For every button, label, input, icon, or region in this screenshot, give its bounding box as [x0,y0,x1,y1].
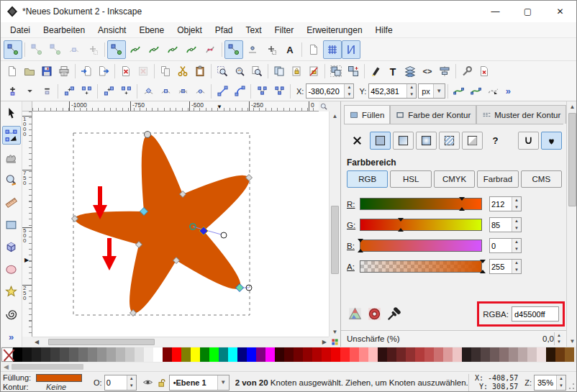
snap-bbox-corners-button[interactable] [65,40,83,59]
duplicate-button[interactable] [271,63,288,80]
palette-swatch[interactable] [518,347,527,362]
print-button[interactable] [55,63,73,80]
palette-swatch[interactable] [78,347,88,362]
snap-enable-button[interactable] [4,40,22,59]
palette-swatch[interactable] [565,347,574,362]
snap-guides-button[interactable] [342,40,360,59]
slider-red-thumb[interactable] [458,198,465,210]
slider-green-thumb[interactable] [398,219,404,231]
blur-spinner[interactable]: ▲▼ [554,332,563,345]
fill-swatch-button[interactable] [462,132,483,150]
palette-swatch[interactable] [424,347,434,362]
slider-green-bar[interactable] [360,219,482,231]
create-clone-button[interactable] [288,63,305,80]
zoom-selection-button[interactable] [214,63,231,80]
palette-swatch[interactable] [453,347,462,362]
menu-datei[interactable]: Datei [4,24,37,37]
slider-alpha-bar[interactable] [360,260,482,273]
tab-stroke-style[interactable]: Muster der Kontur [476,105,566,124]
open-document-button[interactable] [21,63,38,80]
node-tool[interactable] [2,126,21,145]
palette-swatch[interactable] [88,347,97,362]
slider-red-spinner[interactable]: ▲▼ [512,197,521,211]
palette-swatch[interactable] [135,347,144,362]
unlink-clone-button[interactable] [305,63,322,80]
scroll-up-icon[interactable]: ▲ [330,113,340,119]
tab-stroke-paint[interactable]: Farbe der Kontur [390,105,476,124]
snap-others-button[interactable] [224,40,243,59]
snap-text-baseline-button[interactable]: A [281,40,299,59]
horizontal-scroll-thumb[interactable] [48,339,155,345]
slider-alpha-spinner[interactable]: ▲▼ [512,260,521,273]
palette-swatch[interactable] [125,347,135,362]
snap-rotation-centers-button[interactable] [262,40,281,59]
tab-fill[interactable]: Füllen [344,105,390,124]
slider-blue-spinner[interactable]: ▲▼ [512,239,521,252]
slider-blue-input[interactable]: ▲▼ [489,238,522,253]
palette-scrollbar[interactable]: ◀ [1,363,576,371]
box3d-tool[interactable] [2,237,21,256]
palette-swatch[interactable] [387,347,396,362]
palette-swatch[interactable] [294,347,303,362]
color-wheel-icon[interactable] [348,307,362,321]
spiral-tool[interactable] [2,304,21,323]
snap-bbox-button[interactable] [27,40,46,59]
palette-swatch[interactable] [340,347,350,362]
paste-button[interactable] [191,63,209,80]
tweak-tool[interactable] [2,148,21,167]
panel-scroll-down-icon[interactable]: ▼ [567,338,577,345]
new-document-button[interactable] [4,63,21,80]
show-path-outline-button[interactable] [485,83,502,100]
delete-node-button[interactable] [38,83,55,100]
align-dialog-button[interactable] [436,63,453,80]
document-properties-button[interactable] [476,63,493,80]
panel-scrollbar[interactable]: ▲ ▼ [566,101,577,347]
vertical-scroll-thumb[interactable] [331,206,339,274]
export-button[interactable] [95,63,112,80]
palette-swatch[interactable] [144,347,153,362]
palette-swatch[interactable] [546,347,555,362]
palette-swatch[interactable] [247,347,256,362]
node-corner-button[interactable] [140,83,157,100]
undo-button[interactable] [117,63,135,80]
snap-bbox-centers-button[interactable] [83,40,102,59]
import-button[interactable] [78,63,95,80]
palette-swatch[interactable] [499,347,509,362]
colorspace-rgb-tab[interactable]: RGB [347,170,388,188]
cut-button[interactable] [174,63,191,80]
palette-swatch[interactable] [265,347,275,362]
y-coordinate-input[interactable]: ▲▼ [368,83,417,99]
palette-swatch[interactable] [275,347,284,362]
slider-red-input[interactable]: ▲▼ [489,196,522,211]
palette-swatch[interactable] [350,347,359,362]
palette-swatch[interactable] [471,347,481,362]
join-nodes-button[interactable] [60,83,78,100]
snap-paths-button[interactable] [126,40,145,59]
palette-swatch[interactable] [359,347,368,362]
palette-swatch[interactable] [312,347,322,362]
palette-swatch[interactable] [481,347,490,362]
unit-dropdown[interactable]: px▼ [418,83,445,99]
segment-curve-button[interactable] [231,83,248,100]
snap-cusp-nodes-button[interactable] [163,40,182,59]
palette-swatch[interactable] [60,347,69,362]
preferences-button[interactable] [458,63,476,80]
node-symmetric-button[interactable] [174,83,191,100]
palette-swatch[interactable] [97,347,106,362]
palette-swatch[interactable] [116,347,125,362]
maximize-button[interactable]: ▢ [512,1,544,22]
palette-swatch[interactable] [284,347,294,362]
break-nodes-button[interactable] [78,83,95,100]
menu-filter[interactable]: Filter [268,24,301,37]
scroll-down-icon[interactable]: ▼ [330,329,340,335]
palette-swatch[interactable] [219,347,228,362]
slider-green-spinner[interactable]: ▲▼ [512,218,521,232]
layer-lock-open-icon[interactable] [156,378,166,388]
star-tool[interactable] [2,282,21,301]
rectangle-tool[interactable] [2,215,21,234]
zoom-lock-icon[interactable] [319,101,329,111]
layer-dropdown[interactable]: •Ebene 1 ▼ [169,375,230,391]
snap-bbox-edges-button[interactable] [46,40,65,59]
palette-swatch[interactable] [462,347,471,362]
scroll-right-icon[interactable]: ▶ [322,337,327,347]
